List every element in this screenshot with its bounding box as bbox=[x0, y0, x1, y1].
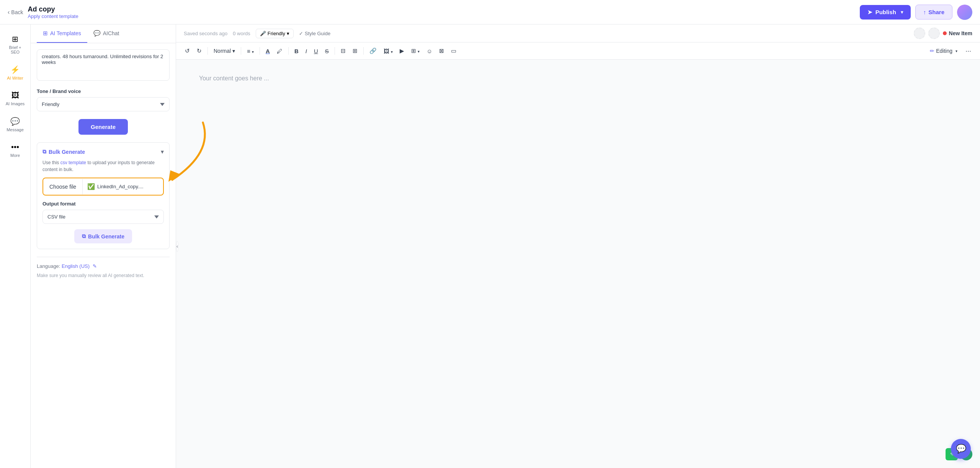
file-name-display: ✅ LinkedIn_Ad_copy.... bbox=[83, 178, 163, 195]
sidebar-item-ai-images[interactable]: 🖼 AI Images bbox=[2, 87, 29, 110]
main-layout: ⊞ Brief + SEO ⚡ AI Writer 🖼 AI Images 💬 … bbox=[0, 24, 980, 468]
publish-button[interactable]: ➤ Publish ▾ bbox=[860, 5, 911, 20]
bulk-title: ⧉ Bulk Generate bbox=[42, 148, 85, 155]
back-button[interactable]: ‹ Back bbox=[8, 9, 23, 16]
share-label: Share bbox=[928, 9, 944, 15]
user-avatar[interactable] bbox=[957, 5, 972, 20]
back-arrow-icon: ‹ bbox=[8, 9, 10, 16]
highlight-icon: 🖊 bbox=[277, 48, 283, 54]
bulk-description: Use this csv template to upload your inp… bbox=[42, 159, 164, 173]
highlight-button[interactable]: 🖊 bbox=[274, 46, 285, 56]
bulk-copy-icon: ⧉ bbox=[42, 148, 46, 155]
strikethrough-button[interactable]: S bbox=[322, 46, 332, 56]
italic-button[interactable]: I bbox=[303, 46, 310, 56]
page-title-group: Ad copy Apply content template bbox=[28, 5, 78, 19]
ai-images-icon: 🖼 bbox=[11, 91, 19, 100]
bulk-generate-button[interactable]: ⧉ Bulk Generate bbox=[74, 229, 132, 243]
icon-sidebar: ⊞ Brief + SEO ⚡ AI Writer 🖼 AI Images 💬 … bbox=[0, 24, 31, 468]
page-title: Ad copy bbox=[28, 5, 78, 13]
bullet-list-icon: ⊟ bbox=[341, 47, 346, 54]
emoji-button[interactable]: ☺ bbox=[424, 46, 435, 56]
link-icon: 🔗 bbox=[369, 47, 377, 54]
sidebar-label-brief-seo: Brief + SEO bbox=[5, 45, 26, 54]
language-edit-icon[interactable]: ✎ bbox=[93, 263, 97, 269]
italic-icon: I bbox=[305, 48, 307, 54]
bulk-collapse-icon[interactable]: ▾ bbox=[161, 148, 164, 155]
align-button[interactable]: ≡ ▾ bbox=[244, 46, 256, 56]
undo-icon: ↺ bbox=[185, 47, 190, 54]
tab-aichat[interactable]: 💬 AIChat bbox=[87, 24, 126, 43]
image-button[interactable]: 🖼 ▾ bbox=[381, 46, 395, 56]
table-button[interactable]: ⊞ ▾ bbox=[408, 46, 422, 56]
style-guide-button[interactable]: ✓ Style Guide bbox=[299, 31, 330, 36]
undo-button[interactable]: ↺ bbox=[182, 46, 193, 56]
publish-chevron-icon: ▾ bbox=[901, 10, 903, 15]
content-placeholder: Your content goes here ... bbox=[199, 75, 269, 82]
share-button[interactable]: ↑ Share bbox=[915, 5, 952, 20]
play-button[interactable]: ▶ bbox=[397, 46, 407, 56]
mic-icon: 🎤 bbox=[260, 31, 266, 36]
sidebar-label-ai-images: AI Images bbox=[6, 101, 25, 106]
editor-area: Saved seconds ago 0 words 🎤 Friendly ▾ ✓… bbox=[176, 24, 980, 468]
output-format-select[interactable]: CSV file JSON file bbox=[42, 210, 164, 224]
text-color-button[interactable]: A bbox=[263, 46, 273, 56]
tone-badge-chevron: ▾ bbox=[287, 31, 289, 36]
strikethrough-icon: S bbox=[325, 48, 329, 54]
more-options-button[interactable]: ⋯ bbox=[963, 46, 974, 56]
redo-button[interactable]: ↻ bbox=[194, 46, 204, 56]
format-chevron-icon: ▾ bbox=[232, 48, 235, 54]
collaborator-avatar-1 bbox=[914, 28, 925, 39]
tone-select[interactable]: Friendly Professional Casual Formal bbox=[37, 97, 170, 111]
comment-button[interactable]: ▭ bbox=[448, 46, 459, 56]
link-button[interactable]: 🔗 bbox=[367, 46, 379, 56]
editor-body-wrapper: Your content goes here ... ✎ G bbox=[176, 60, 980, 468]
more-icon: ••• bbox=[11, 143, 19, 152]
image-chevron: ▾ bbox=[391, 50, 393, 54]
ai-templates-tab-label: AI Templates bbox=[50, 30, 81, 36]
brief-seo-icon: ⊞ bbox=[12, 34, 18, 44]
aichat-tab-icon: 💬 bbox=[93, 30, 101, 37]
apply-template-link[interactable]: Apply content template bbox=[28, 13, 78, 19]
format-select-button[interactable]: Normal ▾ bbox=[211, 46, 238, 56]
play-icon: ▶ bbox=[400, 47, 404, 54]
panel-tabs: ⊞ AI Templates 💬 AIChat bbox=[31, 24, 176, 43]
collaborator-avatar-2 bbox=[928, 28, 940, 39]
underline-button[interactable]: U bbox=[311, 46, 321, 56]
panel-content: creators. 48 hours turnaround. Unlimited… bbox=[31, 43, 176, 468]
clear-format-button[interactable]: ⊠ bbox=[436, 46, 447, 56]
generate-label: Generate bbox=[91, 124, 116, 130]
sidebar-item-more[interactable]: ••• More bbox=[2, 139, 29, 161]
more-options-icon: ⋯ bbox=[965, 47, 971, 54]
choose-file-button[interactable]: Choose file bbox=[43, 179, 83, 194]
tone-badge-label: Friendly bbox=[268, 31, 285, 36]
editing-label: Editing bbox=[936, 48, 952, 54]
align-chevron: ▾ bbox=[252, 50, 254, 54]
text-color-icon: A bbox=[266, 48, 270, 54]
csv-template-link[interactable]: csv template bbox=[60, 160, 86, 165]
bullet-list-button[interactable]: ⊟ bbox=[338, 46, 348, 56]
new-item-button[interactable]: New Item bbox=[943, 30, 972, 36]
panel-collapse-button[interactable]: ‹ bbox=[176, 241, 178, 252]
tone-badge[interactable]: 🎤 Friendly ▾ bbox=[256, 29, 294, 38]
file-input-row: Choose file ✅ LinkedIn_Ad_copy.... bbox=[42, 178, 164, 196]
editing-dropdown[interactable]: ✏ Editing ▾ bbox=[926, 46, 961, 56]
bold-button[interactable]: B bbox=[292, 46, 301, 56]
editor-body[interactable]: Your content goes here ... bbox=[176, 60, 980, 97]
comment-icon: ▭ bbox=[451, 47, 456, 54]
ordered-list-button[interactable]: ⊞ bbox=[350, 46, 360, 56]
ai-templates-tab-icon: ⊞ bbox=[43, 30, 48, 37]
sidebar-item-brief-seo[interactable]: ⊞ Brief + SEO bbox=[2, 31, 29, 58]
table-chevron: ▾ bbox=[418, 49, 420, 54]
header-right: ➤ Publish ▾ ↑ Share bbox=[860, 5, 972, 20]
publish-icon: ➤ bbox=[867, 9, 872, 16]
clear-format-icon: ⊠ bbox=[439, 47, 444, 54]
sidebar-item-ai-writer[interactable]: ⚡ AI Writer bbox=[2, 61, 29, 84]
toolbar-divider-4 bbox=[288, 47, 289, 55]
content-textarea[interactable]: creators. 48 hours turnaround. Unlimited… bbox=[37, 49, 170, 81]
ai-writer-icon: ⚡ bbox=[10, 65, 20, 74]
language-link[interactable]: English (US) bbox=[62, 263, 90, 269]
chat-bubble-button[interactable]: 💬 bbox=[951, 439, 971, 459]
tab-ai-templates[interactable]: ⊞ AI Templates bbox=[37, 24, 87, 43]
sidebar-item-message[interactable]: 💬 Message bbox=[2, 113, 29, 136]
generate-button[interactable]: Generate bbox=[78, 119, 128, 135]
